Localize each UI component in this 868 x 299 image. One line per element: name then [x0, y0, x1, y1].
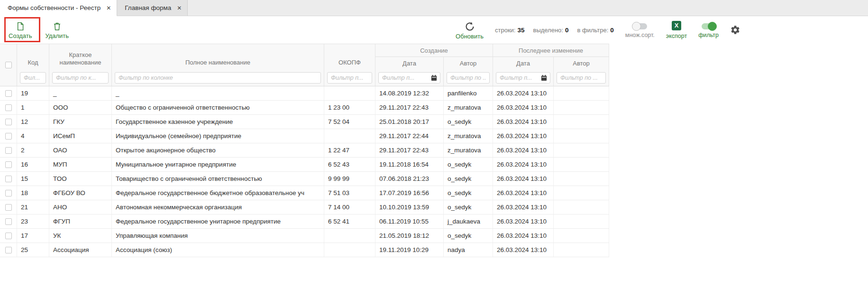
export-control[interactable]: X экспорт: [666, 21, 687, 39]
cell-modified-date: 26.03.2024 13:10: [493, 186, 554, 200]
row-checkbox[interactable]: [5, 147, 12, 154]
cell-kod: 19: [17, 86, 49, 100]
filter-input-modified-author[interactable]: [557, 72, 606, 84]
toggle-knob: [632, 22, 641, 31]
filter-cell: [493, 69, 554, 86]
tab-label: Главная форма: [125, 4, 171, 11]
cell-created-author: panfilenko: [444, 86, 493, 100]
trash-icon: [52, 21, 62, 31]
row-checkbox[interactable]: [5, 204, 12, 211]
calendar-icon[interactable]: [430, 74, 438, 81]
refresh-icon: [464, 21, 475, 32]
rows-counter-value: 35: [517, 27, 524, 34]
column-header-modified-date[interactable]: Дата: [493, 57, 554, 69]
cell-kod: 2: [17, 143, 49, 157]
cell-created-author: z_muratova: [444, 129, 493, 143]
table-row[interactable]: 25 Ассоциация Ассоциация (союз) 19.11.20…: [0, 243, 609, 257]
table-row[interactable]: 4 ИСемП Индивидуальное (семейное) предпр…: [0, 129, 609, 143]
cell-modified-author: [554, 243, 609, 257]
row-checkbox[interactable]: [5, 133, 12, 140]
row-checkbox[interactable]: [5, 104, 12, 111]
row-checkbox-cell: [0, 129, 17, 143]
row-checkbox-cell: [0, 158, 17, 171]
tab-label: Формы собственности - Реестр: [8, 4, 101, 11]
cell-kod: 4: [17, 129, 49, 143]
cell-modified-date: 26.03.2024 13:10: [493, 243, 554, 257]
table-row[interactable]: 21 АНО Автономная некоммерческая организ…: [0, 200, 609, 215]
tab-forms-registry[interactable]: Формы собственности - Реестр ✕: [0, 0, 117, 16]
create-button[interactable]: Создать: [9, 21, 32, 39]
table-row[interactable]: 2 ОАО Открытое акционерное общество 1 22…: [0, 143, 609, 158]
column-header-created-date[interactable]: Дата: [375, 57, 444, 69]
cell-okopf: [324, 86, 375, 100]
column-header-modified-author[interactable]: Автор: [554, 57, 609, 69]
row-checkbox[interactable]: [5, 161, 12, 168]
column-header-label: Краткое наименование: [54, 51, 107, 67]
column-header-kod[interactable]: Код: [17, 44, 49, 69]
filter-input-short-name[interactable]: [52, 72, 109, 84]
row-checkbox[interactable]: [5, 247, 12, 253]
settings-button[interactable]: [730, 25, 740, 35]
cell-modified-date: 26.03.2024 13:10: [493, 115, 554, 129]
cell-short-name: ИСемП: [49, 129, 112, 143]
cell-modified-author: [554, 129, 609, 143]
cell-okopf: 6 52 41: [324, 215, 375, 228]
close-icon[interactable]: ✕: [106, 5, 111, 11]
cell-okopf: 1 23 00: [324, 101, 375, 114]
column-header-full-name[interactable]: Полное наименование: [112, 44, 324, 69]
row-checkbox[interactable]: [5, 218, 12, 225]
table-row[interactable]: 12 ГКУ Государственное казенное учрежден…: [0, 115, 609, 129]
row-checkbox[interactable]: [5, 119, 12, 125]
select-all-cell: [0, 44, 17, 86]
row-checkbox-cell: [0, 172, 17, 186]
table-row[interactable]: 23 ФГУП Федеральное государственное унит…: [0, 215, 609, 229]
date-filter: [378, 72, 440, 84]
cell-kod: 15: [17, 172, 49, 186]
in-filter-counter: в фильтре:0: [577, 27, 613, 34]
cell-created-date: 21.05.2019 18:12: [375, 229, 444, 243]
filter-toggle[interactable]: [702, 23, 716, 29]
cell-kod: 23: [17, 215, 49, 228]
column-header-short-name[interactable]: Краткое наименование: [49, 44, 112, 69]
tab-main-form[interactable]: Главная форма ✕: [117, 0, 188, 16]
table-row[interactable]: 17 УК Управляющая компания 21.05.2019 18…: [0, 229, 609, 243]
table-row[interactable]: 16 МУП Муниципальное унитарное предприят…: [0, 158, 609, 172]
grid-body: 19 _ _ 14.08.2019 12:32 panfilenko 26.03…: [0, 86, 609, 257]
cell-kod: 16: [17, 158, 49, 171]
close-icon[interactable]: ✕: [177, 5, 182, 11]
cell-modified-date: 26.03.2024 13:10: [493, 101, 554, 114]
row-checkbox[interactable]: [5, 233, 12, 239]
delete-button[interactable]: Удалить: [45, 21, 69, 39]
row-checkbox[interactable]: [5, 190, 12, 196]
multisort-toggle[interactable]: [633, 23, 647, 29]
cell-okopf: 9 99 99: [324, 172, 375, 186]
row-checkbox[interactable]: [5, 176, 12, 182]
cell-modified-date: 26.03.2024 13:10: [493, 215, 554, 228]
selected-counter-value: 0: [565, 27, 569, 34]
filter-input-full-name[interactable]: [115, 72, 321, 84]
filter-input-kod[interactable]: [20, 72, 46, 84]
rows-counter-label: строки:: [495, 27, 515, 34]
column-header-okopf[interactable]: ОКОПФ: [324, 44, 375, 69]
cell-created-author: nadya: [444, 243, 493, 257]
row-checkbox[interactable]: [5, 90, 12, 97]
column-header-created-author[interactable]: Автор: [444, 57, 493, 69]
select-all-checkbox[interactable]: [5, 62, 12, 68]
table-row[interactable]: 15 ТОО Товарищество с ограниченной ответ…: [0, 172, 609, 186]
cell-short-name: АНО: [49, 200, 112, 214]
table-row[interactable]: 19 _ _ 14.08.2019 12:32 panfilenko 26.03…: [0, 86, 609, 101]
filter-input-created-author[interactable]: [447, 72, 490, 84]
table-row[interactable]: 18 ФГБОУ ВО Федеральное государственное …: [0, 186, 609, 200]
column-header-label: Дата: [402, 60, 416, 67]
refresh-button[interactable]: Обновить: [456, 21, 484, 39]
calendar-icon[interactable]: [540, 74, 548, 81]
selected-counter: выделено:0: [533, 27, 568, 34]
cell-created-author: o_sedyk: [444, 158, 493, 171]
cell-modified-author: [554, 229, 609, 243]
table-row[interactable]: 1 ООО Общество с ограниченной ответствен…: [0, 101, 609, 115]
filter-input-okopf[interactable]: [327, 72, 372, 84]
excel-icon: X: [672, 21, 681, 30]
filter-label: фильтр: [698, 32, 719, 38]
cell-kod: 17: [17, 229, 49, 243]
cell-created-date: 14.08.2019 12:32: [375, 86, 444, 100]
